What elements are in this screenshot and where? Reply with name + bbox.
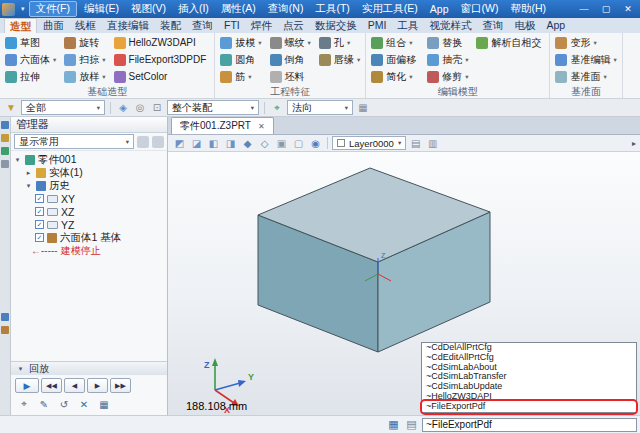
view-top-icon[interactable]: ◩ [172, 136, 187, 150]
checkbox[interactable]: ✓ [35, 233, 44, 242]
ribbon-button[interactable]: 放样 ▾ [62, 68, 107, 85]
autocomplete-item[interactable]: ~CdSimLabTransfer [422, 372, 636, 382]
tree-node-plane-yz[interactable]: ✓ YZ [11, 218, 167, 231]
ribbon-tab[interactable]: 工具 [392, 18, 423, 33]
quick-access-caret-icon[interactable]: ▾ [19, 5, 27, 13]
dock-tool-icon[interactable] [1, 160, 9, 168]
ribbon-button[interactable]: 解析自相交 [474, 34, 546, 51]
menu-item[interactable]: 实用工具(E) [357, 2, 423, 16]
menu-item[interactable]: 工具(T) [310, 2, 354, 16]
ribbon-tab[interactable]: 点云 [278, 18, 309, 33]
replay-transport-button[interactable]: ▶ [15, 378, 39, 393]
3d-viewport[interactable]: Z Z X Y 188.108 mm ~CdDelAllPrtCfg~CdEdi… [168, 152, 640, 415]
ribbon-button[interactable]: 唇缘 ▾ [317, 51, 362, 68]
command-history-icon[interactable]: ▦ [386, 418, 401, 432]
layer-manager-icon[interactable]: ▤ [408, 136, 423, 150]
ribbon-button[interactable]: 拉伸 [3, 68, 58, 85]
view-left-icon[interactable]: ◧ [206, 136, 221, 150]
ribbon-tab[interactable]: FTI [219, 18, 245, 33]
ribbon-button[interactable]: HelloZW3DAPI [112, 34, 212, 51]
tree-node-solid[interactable]: ▸ 实体(1) [11, 166, 167, 179]
ribbon-tab[interactable]: 线框 [70, 18, 101, 33]
replay-tool-icon[interactable]: ↺ [57, 397, 71, 411]
ribbon-button[interactable]: 变形 ▾ [553, 34, 618, 51]
scope-combo[interactable]: 整个装配 ▾ [167, 100, 259, 115]
replay-transport-button[interactable]: ▶▶ [110, 378, 131, 393]
dock-tool-icon[interactable] [1, 121, 9, 129]
ribbon-tab[interactable]: 装配 [155, 18, 186, 33]
ribbon-tab[interactable]: 视觉样式 [424, 18, 476, 33]
ribbon-button[interactable]: 修剪 ▾ [425, 68, 470, 85]
ribbon-tab[interactable]: 查询 [477, 18, 508, 33]
checkbox[interactable]: ✓ [35, 194, 44, 203]
dock-tool-icon[interactable] [1, 313, 9, 321]
pin-icon[interactable] [152, 136, 164, 148]
entity-filter-combo[interactable]: 全部 ▾ [21, 100, 105, 115]
command-input[interactable] [422, 418, 637, 432]
dock-tool-icon[interactable] [1, 134, 9, 142]
autocomplete-item[interactable]: ~FileExportPdf [422, 402, 636, 412]
ribbon-button[interactable]: 倒角 [268, 51, 313, 68]
manager-panel-header[interactable]: 管理器 [11, 117, 167, 133]
ribbon-button[interactable]: 简化 ▾ [369, 68, 421, 85]
menu-file[interactable]: 文件(F) [29, 1, 77, 17]
replay-tool-icon[interactable]: ✕ [77, 397, 91, 411]
ribbon-button[interactable]: 扫掠 ▾ [62, 51, 107, 68]
expand-icon[interactable]: ▸ [24, 169, 33, 177]
view-dimetric-icon[interactable]: ◇ [257, 136, 272, 150]
dock-tool-icon[interactable] [1, 147, 9, 155]
view-right-icon[interactable]: ◨ [223, 136, 238, 150]
wireframe-display-icon[interactable]: ▢ [291, 136, 306, 150]
autocomplete-item[interactable]: ~CdEditAllPrtCfg [422, 353, 636, 363]
ribbon-button[interactable]: 基准编辑 ▾ [553, 51, 618, 68]
replay-tool-icon[interactable]: ⌖ [17, 397, 31, 411]
close-button[interactable]: ✕ [618, 4, 638, 14]
ribbon-button[interactable]: 基准面 ▾ [553, 68, 618, 85]
checkbox[interactable]: ✓ [35, 207, 44, 216]
ribbon-tab[interactable]: 造型 [4, 18, 37, 33]
display-settings-icon[interactable]: ▥ [425, 136, 440, 150]
ribbon-button[interactable]: 替换 [425, 34, 470, 51]
ribbon-button[interactable]: 抽壳 ▾ [425, 51, 470, 68]
ribbon-button[interactable]: 草图 [3, 34, 58, 51]
autocomplete-item[interactable]: ~CdSimLabAbout [422, 363, 636, 373]
ribbon-button[interactable]: 旋转 [62, 34, 107, 51]
ribbon-button[interactable]: 六面体 ▾ [3, 51, 58, 68]
replay-section-header[interactable]: ▾ 回放 [11, 361, 167, 375]
menu-item[interactable]: 编辑(E) [79, 2, 124, 16]
refresh-icon[interactable] [137, 136, 149, 148]
ribbon-tab[interactable]: App [541, 18, 570, 33]
ribbon-tab[interactable]: 曲面 [38, 18, 69, 33]
ribbon-button[interactable]: 拔模 ▾ [218, 34, 263, 51]
dock-tool-icon[interactable] [1, 326, 9, 334]
ribbon-button[interactable]: 孔 ▾ [317, 34, 362, 51]
tree-node-box-feature[interactable]: ✓ 六面体1 基体 [11, 231, 167, 244]
ribbon-button[interactable]: 螺纹 ▾ [268, 34, 313, 51]
ribbon-button[interactable]: 组合 ▾ [369, 34, 421, 51]
menu-item[interactable]: 帮助(H) [505, 2, 551, 16]
tree-node-stop-marker[interactable]: ←----- 建模停止 [11, 244, 167, 257]
ribbon-button[interactable]: 圆角 [218, 51, 263, 68]
tree-node-history[interactable]: ▾ 历史 [11, 179, 167, 192]
menu-item[interactable]: 属性(A) [216, 2, 261, 16]
minimize-button[interactable]: — [574, 4, 594, 14]
maximize-button[interactable]: ▢ [596, 4, 616, 14]
replay-transport-button[interactable]: ◀ [64, 378, 85, 393]
tree-node-plane-xy[interactable]: ✓ XY [11, 192, 167, 205]
shaded-display-icon[interactable]: ▣ [274, 136, 289, 150]
visibility-eye-icon[interactable]: ◉ [308, 136, 323, 150]
pick-icon[interactable]: ◈ [116, 101, 130, 115]
toolbar-overflow-icon[interactable]: ▸ [632, 139, 636, 148]
ribbon-button[interactable]: SetColor [112, 68, 212, 85]
snap-target-icon[interactable]: ⌖ [270, 101, 284, 115]
menu-item[interactable]: 视图(V) [126, 2, 171, 16]
history-filter-combo[interactable]: 显示常用 ▾ [14, 134, 134, 149]
ribbon-tab[interactable]: 电极 [509, 18, 540, 33]
pick-ring-icon[interactable]: ◎ [133, 101, 147, 115]
replay-transport-button[interactable]: ▶ [87, 378, 108, 393]
pick-box-icon[interactable]: ⊡ [150, 101, 164, 115]
tab-close-icon[interactable]: ✕ [258, 122, 265, 131]
view-front-icon[interactable]: ◪ [189, 136, 204, 150]
checkbox[interactable]: ✓ [35, 220, 44, 229]
command-list-icon[interactable]: ▤ [404, 418, 419, 432]
